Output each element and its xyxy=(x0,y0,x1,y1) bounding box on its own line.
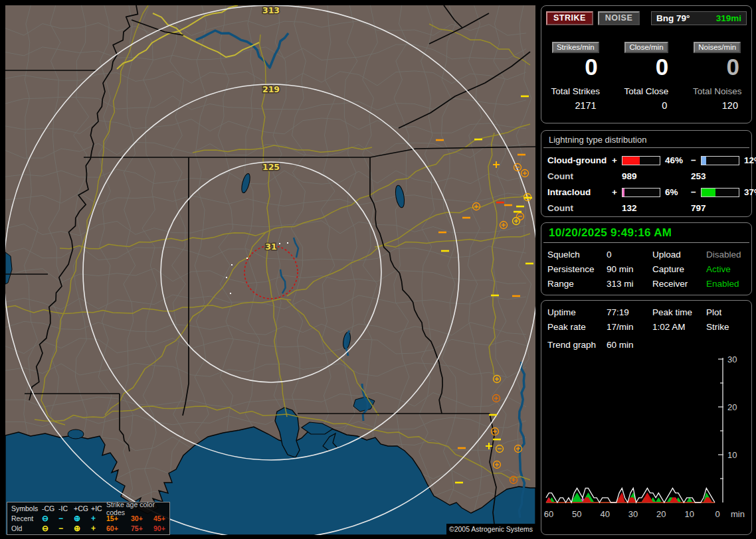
cg-negative-pct: 12% xyxy=(741,155,756,165)
ring-label-31: 31 xyxy=(265,242,276,252)
upload-status: Disabled xyxy=(706,250,746,260)
svg-text:30: 30 xyxy=(727,355,737,364)
total-close-value: 0 xyxy=(616,100,677,111)
minus-sign: − xyxy=(691,155,701,165)
intracloud-label: Intracloud xyxy=(547,187,612,197)
close-per-min-column: Close/min 0 Total Close 0 xyxy=(616,42,677,111)
svg-text:50: 50 xyxy=(572,509,581,519)
strikes-per-min-column: Strikes/min 0 Total Strikes 2171 xyxy=(545,42,606,111)
svg-text:10: 10 xyxy=(727,450,737,460)
legend-row-recent-label: Recent xyxy=(11,514,42,522)
ring-label-313: 313 xyxy=(262,5,280,15)
trend-chart-canvas: 1020306050403020100min xyxy=(543,355,751,532)
svg-text:20: 20 xyxy=(656,509,666,519)
ic-negative-bar xyxy=(701,188,739,197)
plot-value: Strike xyxy=(706,322,746,332)
svg-text:min: min xyxy=(731,509,745,519)
ic-positive-bar xyxy=(622,188,660,197)
squelch-label: Squelch xyxy=(547,250,607,260)
legend-col-pic: +IC xyxy=(91,504,106,512)
status-panel: STRIKE NOISE Bng 79° 319mi Strikes/min 0… xyxy=(539,0,753,539)
circle-minus-icon: ⊖ xyxy=(42,524,58,532)
trend-graph-value: 60 min xyxy=(607,340,746,350)
receiver-label: Receiver xyxy=(652,279,706,289)
receiver-status: Enabled xyxy=(706,279,746,289)
noises-per-min-column: Noises/min 0 Total Noises 120 xyxy=(687,42,747,111)
trend-chart: 1020306050403020100min xyxy=(543,355,751,532)
close-per-min-button[interactable]: Close/min xyxy=(624,42,668,53)
svg-text:20: 20 xyxy=(727,402,737,412)
total-strikes-value: 2171 xyxy=(545,100,606,111)
age-code-90: 90+ xyxy=(153,524,175,532)
cg-positive-bar-fill xyxy=(622,157,640,165)
legend-col-nic: -IC xyxy=(58,504,74,512)
copyright-text: ©2005 Astrogenic Systems xyxy=(446,524,535,535)
cg-positive-count: 989 xyxy=(622,171,691,181)
minus-icon: − xyxy=(58,514,74,522)
peak-time-value: 1:02 AM xyxy=(652,322,706,332)
noises-per-min-button[interactable]: Noises/min xyxy=(694,42,741,53)
plot-header: Plot xyxy=(706,307,746,317)
svg-text:60: 60 xyxy=(544,509,553,519)
lake-5 xyxy=(68,429,84,439)
age-code-30: 30+ xyxy=(131,514,153,522)
strikes-per-min-button[interactable]: Strikes/min xyxy=(552,42,599,53)
age-code-15: 15+ xyxy=(106,514,131,522)
peak-rate-label: Peak rate xyxy=(547,322,607,332)
bearing-readout: Bng 79° 319mi xyxy=(651,11,747,25)
svg-text:0: 0 xyxy=(715,509,719,519)
strikes-per-min-value: 0 xyxy=(545,55,606,78)
capture-status: Active xyxy=(706,264,746,274)
circle-minus-icon: ⊖ xyxy=(42,514,58,522)
ic-negative-count: 797 xyxy=(691,203,756,213)
upload-label: Upload xyxy=(652,250,706,260)
ring-label-125: 125 xyxy=(262,162,280,172)
peak-rate-value: 17/min xyxy=(607,322,652,332)
map-canvas[interactable]: 313 219 125 31 xyxy=(5,5,535,535)
cg-negative-bar-fill xyxy=(702,157,706,165)
svg-text:10: 10 xyxy=(684,509,694,519)
ic-negative-bar-fill xyxy=(702,189,715,196)
ic-positive-pct: 6% xyxy=(662,187,691,197)
minus-sign: − xyxy=(691,187,701,197)
legend-symbols-header: Symbols xyxy=(11,504,42,512)
close-per-min-value: 0 xyxy=(616,55,677,78)
cg-negative-count: 253 xyxy=(691,171,756,181)
counters-box: STRIKE NOISE Bng 79° 319mi Strikes/min 0… xyxy=(541,5,752,123)
minus-icon: − xyxy=(58,524,74,532)
uptime-value: 77:19 xyxy=(607,307,652,317)
bearing-label: Bng 79° xyxy=(656,13,690,23)
total-noises-value: 120 xyxy=(687,100,747,111)
strike-mode-button[interactable]: STRIKE xyxy=(546,11,593,25)
ic-negative-pct: 37% xyxy=(741,187,756,197)
uptime-label: Uptime xyxy=(547,307,607,317)
persistence-label: Persistence xyxy=(547,264,607,274)
legend-col-ncg: -CG xyxy=(42,504,58,512)
cg-count-row: Count 989 253 xyxy=(541,169,751,184)
persistence-value: 90 min xyxy=(607,264,652,274)
count-label: Count xyxy=(547,171,612,181)
noises-per-min-value: 0 xyxy=(687,55,747,78)
ic-positive-bar-fill xyxy=(622,189,624,196)
age-code-75: 75+ xyxy=(131,524,153,532)
total-strikes-label: Total Strikes xyxy=(545,86,606,96)
bearing-range: 319mi xyxy=(716,13,741,23)
age-code-45: 45+ xyxy=(153,514,175,522)
svg-text:30: 30 xyxy=(628,509,638,519)
cg-positive-bar xyxy=(622,156,660,165)
ring-label-219: 219 xyxy=(262,84,280,94)
cloud-ground-label: Cloud-ground xyxy=(547,155,612,165)
circle-plus-icon: ⊕ xyxy=(74,524,91,532)
lightning-map[interactable]: 313 219 125 31 xyxy=(5,5,535,535)
cloud-ground-row: Cloud-ground + 46% − 12% xyxy=(541,152,751,169)
datetime-display: 10/20/2025 9:49:16 AM xyxy=(543,223,749,243)
age-code-60: 60+ xyxy=(106,524,131,532)
noise-mode-button[interactable]: NOISE xyxy=(598,11,640,25)
cg-positive-pct: 46% xyxy=(662,155,691,165)
intracloud-row: Intracloud + 6% − 37% xyxy=(541,184,751,200)
plus-sign: + xyxy=(612,187,622,197)
range-value: 313 mi xyxy=(607,279,652,289)
ic-positive-count: 132 xyxy=(622,203,691,213)
circle-plus-icon: ⊕ xyxy=(74,514,91,522)
stats-box: Uptime 77:19 Peak time Plot Peak rate 17… xyxy=(541,300,752,535)
